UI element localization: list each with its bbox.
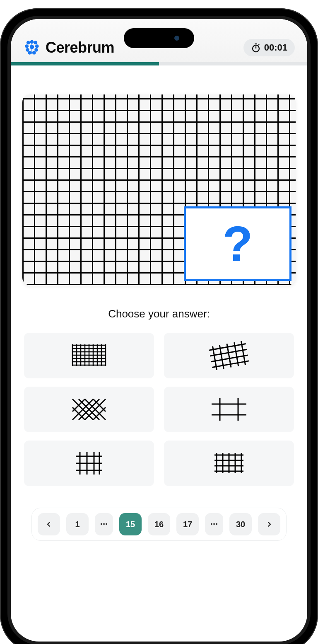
question-mark-icon: ? bbox=[222, 219, 253, 269]
pager-ellipsis-left: ··· bbox=[95, 513, 113, 535]
screen: Cerebrum 00:01 bbox=[11, 19, 307, 642]
pager-page-16[interactable]: 16 bbox=[148, 513, 170, 535]
pager-page-17[interactable]: 17 bbox=[176, 513, 199, 535]
answer-option-4[interactable] bbox=[164, 387, 294, 432]
svg-rect-10 bbox=[31, 42, 32, 54]
answer-option-1[interactable] bbox=[24, 333, 154, 378]
svg-point-7 bbox=[28, 51, 31, 55]
answer-grid bbox=[22, 333, 296, 486]
svg-line-14 bbox=[258, 44, 259, 45]
question-pager: 1 ··· 15 16 17 ··· 30 bbox=[31, 508, 287, 541]
small-regular-grid-icon bbox=[204, 449, 254, 478]
pager-page-current[interactable]: 15 bbox=[119, 513, 142, 535]
brand-name: Cerebrum bbox=[46, 39, 114, 56]
cross-frame-icon bbox=[204, 395, 254, 424]
svg-point-3 bbox=[25, 44, 29, 48]
progress-bar bbox=[11, 62, 307, 65]
progress-fill bbox=[11, 62, 159, 65]
answer-option-6[interactable] bbox=[164, 441, 294, 486]
svg-point-2 bbox=[34, 41, 37, 44]
svg-point-0 bbox=[26, 41, 30, 44]
answer-prompt: Choose your answer: bbox=[22, 307, 296, 320]
brain-icon bbox=[23, 39, 41, 56]
dynamic-island bbox=[124, 28, 194, 48]
diamond-lattice-icon bbox=[64, 395, 114, 424]
phone-frame: Cerebrum 00:01 bbox=[0, 8, 318, 644]
svg-point-8 bbox=[32, 51, 36, 55]
content-area: ? Choose your answer: bbox=[11, 65, 307, 642]
pager-page-1[interactable]: 1 bbox=[66, 513, 89, 535]
svg-point-4 bbox=[35, 44, 39, 48]
chevron-left-icon bbox=[45, 521, 53, 528]
pager-ellipsis-right: ··· bbox=[205, 513, 223, 535]
answer-option-3[interactable] bbox=[24, 387, 154, 432]
pager-next-button[interactable] bbox=[258, 513, 280, 535]
timer-badge: 00:01 bbox=[243, 39, 295, 56]
chevron-right-icon bbox=[265, 521, 273, 528]
svg-point-5 bbox=[26, 48, 29, 52]
skewed-grid-icon bbox=[204, 341, 254, 370]
svg-point-6 bbox=[34, 48, 38, 52]
phone-frame-inner: Cerebrum 00:01 bbox=[7, 16, 311, 644]
stopwatch-icon bbox=[251, 43, 261, 53]
pager-prev-button[interactable] bbox=[38, 513, 60, 535]
answer-option-5[interactable] bbox=[24, 441, 154, 486]
brand: Cerebrum bbox=[23, 39, 114, 56]
answer-option-2[interactable] bbox=[164, 333, 294, 378]
pager-page-last[interactable]: 30 bbox=[229, 513, 252, 535]
timer-value: 00:01 bbox=[264, 42, 287, 53]
puzzle-card: ? bbox=[22, 94, 296, 285]
sparse-grid-tall-icon bbox=[64, 449, 114, 478]
dense-grid-icon bbox=[64, 341, 114, 370]
missing-piece: ? bbox=[184, 206, 292, 281]
